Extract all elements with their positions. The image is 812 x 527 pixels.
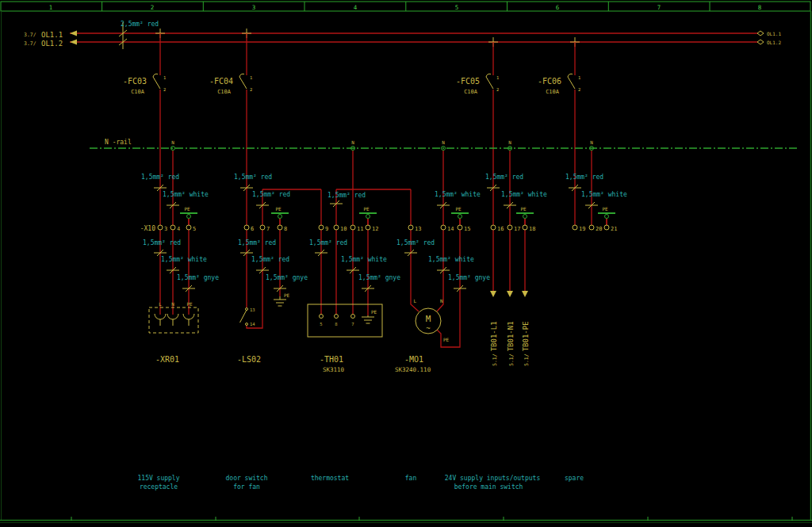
terminal-number: 19: [579, 226, 585, 232]
wire-spec: 1,5mm² red: [309, 239, 347, 246]
feeder-out-label-2: OL1.2: [767, 40, 781, 45]
terminal-strip-name: -X10: [140, 225, 155, 232]
component-ls02-door-switch[interactable]: 13 14 PE -LS02: [237, 292, 290, 364]
component-model: SK3240.110: [395, 366, 431, 373]
wire-spec: 1,5mm² red: [252, 191, 290, 198]
ruler-cell-4: 4: [354, 4, 358, 11]
svg-text:PE: PE: [275, 206, 282, 212]
function-label: receptacle: [140, 483, 178, 491]
breaker-fc04[interactable]: -FC04 C10A 1 2: [209, 74, 252, 95]
function-label: for fan: [233, 483, 260, 491]
function-label: before main switch: [454, 483, 523, 491]
motor-wave-icon: ~: [426, 324, 431, 332]
ruler-cell-8: 8: [758, 4, 762, 11]
component-name: -LS02: [237, 355, 261, 364]
svg-text:N: N: [508, 139, 511, 145]
breaker-rating: C10A: [131, 89, 145, 95]
feeder-in-ref-1: 3.7/: [24, 32, 36, 38]
tb01-reference-label: 5.1/TB01-N1: [507, 321, 515, 366]
terminal-number: 20: [596, 226, 602, 232]
component-th01-thermostat[interactable]: 5 8 7 PE -TH01 SK3110: [308, 304, 382, 373]
feeder-arrow-left-1: [70, 31, 77, 36]
offsheet-arrow-icon: [490, 291, 496, 297]
offsheet-arrow-icon: [522, 291, 528, 297]
component-xr01-receptacle[interactable]: L N PE -XR01: [149, 301, 198, 364]
pin-label: L: [159, 301, 162, 307]
wire-spec: 1,5mm² red: [327, 192, 366, 199]
pe-tap: PE: [359, 206, 377, 225]
component-name: -MO1: [404, 355, 423, 364]
ground-symbol: PE: [274, 292, 290, 306]
wire-spec: 1,5mm² white: [161, 256, 207, 263]
terminal-strip-x10[interactable]: -X10 3 4 5 6 7 8 9 10 11 12 13 14 15 16 …: [140, 225, 618, 232]
breaker-pole-bottom: 2: [163, 87, 166, 92]
tb01-reference-label: 5.1/TB01-PE: [522, 321, 530, 366]
breaker-fc03[interactable]: -FC03 C10A 1 2: [123, 74, 166, 95]
terminal-number: 6: [251, 226, 254, 232]
pin-label: L: [413, 298, 416, 304]
svg-text:PE: PE: [455, 206, 462, 212]
ruler-cell-6: 6: [556, 4, 560, 11]
breaker-rating: C10A: [217, 89, 232, 95]
ground-symbol: PE: [362, 309, 377, 323]
function-label: 115V supply: [138, 475, 180, 482]
terminal-number: 15: [464, 226, 470, 232]
wire-spec: 1,5mm² red: [234, 174, 272, 181]
pin-label: N: [440, 298, 443, 304]
terminal-number: 5: [193, 226, 196, 232]
component-name: -XR01: [155, 355, 179, 364]
wire-spec: 1,5mm² red: [565, 174, 603, 181]
sheet-frame: [0, 11, 812, 523]
function-label: 24V supply inputs/outputs: [445, 475, 541, 482]
terminal-number: 8: [284, 226, 287, 232]
breaker-pole-top: 1: [163, 75, 166, 80]
ruler-cell-5: 5: [455, 4, 459, 11]
schematic-canvas[interactable]: 1 2 3 4 5 6 7 8 3.7/ OL1.1 3.7/ OL1.2 OL…: [0, 0, 812, 527]
function-label: spare: [565, 475, 584, 482]
svg-text:PE: PE: [602, 206, 608, 212]
wire-spec: 1,5mm² red: [251, 256, 289, 263]
pin-label: PE: [186, 301, 193, 307]
feeder-lines[interactable]: 3.7/ OL1.1 3.7/ OL1.2 OL1.1 OL1.2 2,5mm²…: [24, 21, 781, 49]
wire-spec: 1,5mm² red: [141, 174, 179, 181]
terminal-number: 11: [357, 226, 363, 232]
svg-text:N: N: [171, 139, 174, 145]
breaker-name: -FC04: [209, 77, 233, 86]
svg-text:PE: PE: [363, 206, 370, 212]
breaker-pole-bottom: 2: [250, 87, 252, 92]
wire-spec-labels-upper: 1,5mm² red 1,5mm² white 1,5mm² red 1,5mm…: [141, 174, 627, 199]
wire-spec: 1,5mm² white: [163, 191, 209, 198]
breaker-fc06[interactable]: -FC06 C10A 1 2: [538, 74, 580, 95]
function-label: door switch: [226, 475, 268, 482]
breaker-fc05[interactable]: -FC05 C10A 1 2: [456, 74, 499, 95]
wire-spec: 1,5mm² gnye: [266, 274, 308, 281]
feeder-in-label-1: OL1.1: [41, 31, 63, 39]
svg-text:PE: PE: [284, 292, 290, 298]
tb01-reference-label: 5.1/TB01-L1: [490, 321, 498, 366]
terminal-number: 21: [611, 226, 617, 232]
svg-text:PE: PE: [184, 206, 190, 212]
function-label: fan: [405, 475, 417, 482]
svg-text:N: N: [590, 139, 593, 145]
breaker-pole-top: 1: [578, 75, 580, 80]
feeder-arrow-right-2: [757, 40, 764, 44]
wire-spec: 1,5mm² red: [143, 239, 181, 246]
schematic-page: 1 2 3 4 5 6 7 8 3.7/ OL1.1 3.7/ OL1.2 OL…: [0, 0, 812, 527]
pe-tap: PE: [598, 206, 615, 225]
wire-spec: 1,5mm² red: [238, 239, 276, 246]
pin-label: PE: [443, 337, 450, 342]
n-rail[interactable]: N -rail N N N N N: [90, 139, 799, 151]
terminal-number: 7: [266, 226, 270, 232]
feeder-in-label-2: OL1.2: [41, 40, 63, 48]
wire-spec: 1,5mm² white: [581, 191, 627, 198]
n-rail-label: N -rail: [105, 139, 132, 146]
feeder-arrow-left-2: [70, 40, 77, 45]
tb01-references: 5.1/TB01-L1 5.1/TB01-N1 5.1/TB01-PE: [490, 291, 530, 366]
socket-contact-icon: [167, 314, 178, 319]
ruler-cell-3: 3: [252, 4, 256, 11]
cable-spec-label: 2,5mm² red: [121, 21, 159, 28]
tap-junctions: [155, 29, 580, 47]
svg-text:N: N: [351, 139, 354, 145]
socket-contact-icon: [183, 314, 194, 319]
component-name: -TH01: [320, 355, 343, 364]
